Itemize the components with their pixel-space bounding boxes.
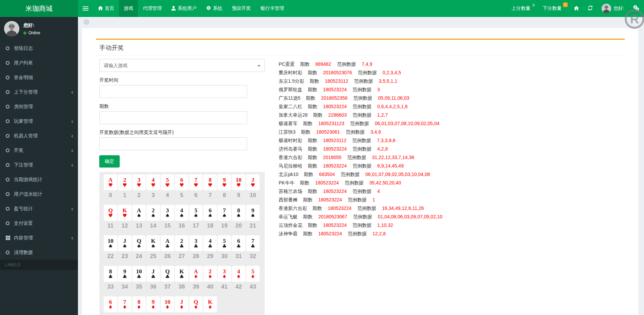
card-6-hearts[interactable]: 6♥5	[175, 174, 189, 200]
card-8-hearts[interactable]: 8♥7	[203, 174, 217, 200]
card-10-spades[interactable]: 10♠22	[103, 235, 118, 261]
card-q-clubs[interactable]: Q♣37	[160, 266, 175, 292]
nav-item-system-users[interactable]: 系统用户	[166, 0, 201, 17]
card-2-clubs[interactable]: 2♣27	[175, 235, 189, 261]
card-index: 31	[232, 251, 246, 261]
card-8-diamonds[interactable]: 8♦46	[132, 296, 146, 315]
card-3-clubs[interactable]: 3♣28	[189, 235, 203, 261]
card-a-hearts[interactable]: A♥0	[103, 174, 118, 200]
card-2-spades[interactable]: 2♠14	[146, 205, 160, 231]
nav-item-system[interactable]: 系统	[201, 0, 227, 17]
issue-input[interactable]	[99, 111, 247, 124]
sidebar-item-room-manage[interactable]: 房间管理	[0, 99, 78, 114]
card-q-spades[interactable]: Q♠24	[132, 235, 146, 261]
card-j-diamonds[interactable]: J♦49	[175, 296, 189, 315]
card-3-spades[interactable]: 3♠15	[160, 205, 175, 231]
score-up-button[interactable]: 上分数量 0	[511, 5, 534, 12]
card-2-diamonds[interactable]: 2♦40	[203, 266, 217, 292]
card-3-diamonds[interactable]: 3♦41	[217, 266, 232, 292]
sidebar-item-login-log[interactable]: 登陆日志	[0, 41, 78, 56]
sidebar-item-content-manage[interactable]: 内容管理‹	[0, 231, 78, 245]
card-4-clubs[interactable]: 4♣29	[203, 235, 217, 261]
card-j-spades[interactable]: J♠23	[118, 235, 132, 261]
card-4-spades[interactable]: 4♠16	[175, 205, 189, 231]
card-index: 16	[175, 221, 189, 231]
card-a-diamonds[interactable]: A♦39	[189, 266, 203, 292]
sidebar-item-clean-data[interactable]: 清理数据	[0, 245, 78, 260]
card-4-diamonds[interactable]: 4♦42	[232, 266, 246, 292]
card-8-spades[interactable]: 8♠20	[232, 205, 246, 231]
card-q-diamonds[interactable]: Q♦50	[189, 296, 203, 315]
sidebar-item-bet-manage[interactable]: 下注管理‹	[0, 158, 78, 172]
card-9-diamonds[interactable]: 9♦47	[146, 296, 160, 315]
draw-time-label: 开奖时间	[99, 77, 265, 83]
score-down-button[interactable]: 下分数量 0	[543, 5, 565, 12]
card-index: 10	[246, 190, 260, 200]
nav-item-games[interactable]: 游戏	[119, 0, 138, 17]
card-6-spades[interactable]: 6♠18	[203, 205, 217, 231]
sidebar-item-score-up-down-manage[interactable]: 上下分管理‹	[0, 85, 78, 99]
card-7-spades[interactable]: 7♠19	[217, 205, 232, 231]
settings-icon-button[interactable]	[633, 5, 639, 12]
chevron-left-icon: ‹	[71, 147, 73, 153]
clubs-icon: ♣	[236, 244, 241, 249]
refresh-icon-button[interactable]	[588, 5, 593, 12]
card-k-spades[interactable]: K♠25	[146, 235, 160, 261]
user-menu[interactable]: 您好:	[602, 4, 624, 13]
sidebar-toggle-button[interactable]	[78, 0, 93, 17]
card-10-hearts[interactable]: 10♥9	[232, 174, 246, 200]
sidebar-item-current-game-stats[interactable]: 当期游戏统计	[0, 172, 78, 187]
sidebar-item-lottery-draw[interactable]: 开奖‹	[0, 143, 78, 158]
sidebar-item-user-flow-stats[interactable]: 用户流水统计	[0, 187, 78, 201]
card-index: 41	[217, 282, 232, 292]
draw-data-input[interactable]	[99, 137, 247, 150]
card-6-clubs[interactable]: 6♣31	[232, 235, 246, 261]
card-7-clubs[interactable]: 7♣32	[246, 235, 260, 261]
brand-logo[interactable]: 米珈商城	[0, 0, 78, 17]
card-5-clubs[interactable]: 5♣30	[217, 235, 232, 261]
sidebar-item-player-manage[interactable]: 玩家管理‹	[0, 114, 78, 129]
card-9-hearts[interactable]: 9♥8	[217, 174, 232, 200]
circle-icon	[6, 119, 14, 123]
nav-item-home[interactable]: 首页	[93, 0, 119, 17]
nav-item-agent-manage[interactable]: 代理管理	[138, 0, 166, 17]
card-8-clubs[interactable]: 8♣33	[103, 266, 118, 292]
card-9-spades[interactable]: 9♠21	[246, 205, 260, 231]
sidebar-item-user-list[interactable]: 用户列表	[0, 56, 78, 70]
card-k-hearts[interactable]: K♥12	[118, 205, 132, 231]
card-4-hearts[interactable]: 4♥3	[146, 174, 160, 200]
sidebar-item-profit-loss-stats[interactable]: 盈亏统计‹	[0, 201, 78, 216]
card-10-diamonds[interactable]: 10♦48	[160, 296, 175, 315]
card-k-clubs[interactable]: K♣38	[175, 266, 189, 292]
game-select[interactable]: 请输入游戏	[99, 59, 265, 72]
card-5-spades[interactable]: 5♠17	[189, 205, 203, 231]
card-6-diamonds[interactable]: 6♦44	[103, 296, 118, 315]
draw-time-input[interactable]	[99, 85, 247, 98]
card-3-hearts[interactable]: 3♥2	[132, 174, 146, 200]
nav-item-bank-card-manage[interactable]: 银行卡管理	[256, 0, 289, 17]
card-q-hearts[interactable]: Q♥11	[103, 205, 118, 231]
chevron-left-icon: ‹	[71, 235, 73, 241]
card-j-hearts[interactable]: J♥10	[246, 174, 260, 200]
card-7-diamonds[interactable]: 7♦45	[118, 296, 132, 315]
card-j-clubs[interactable]: J♣36	[146, 266, 160, 292]
nav-item-preset-draw[interactable]: 预设开奖	[227, 0, 256, 17]
card-2-hearts[interactable]: 2♥1	[118, 174, 132, 200]
card-5-diamonds[interactable]: 5♦43	[246, 266, 260, 292]
card-k-diamonds[interactable]: K♦51	[203, 296, 217, 315]
sidebar-item-payment-settings[interactable]: 支付设置	[0, 216, 78, 231]
card-10-clubs[interactable]: 10♣35	[132, 266, 146, 292]
sidebar-item-robot-manage[interactable]: 机器人管理‹	[0, 129, 78, 143]
sidebar-item-funds-detail[interactable]: 资金明细	[0, 70, 78, 85]
card-9-clubs[interactable]: 9♣34	[118, 266, 132, 292]
circle-icon	[6, 192, 14, 196]
card-5-hearts[interactable]: 5♥4	[160, 174, 175, 200]
games-list: PC蛋蛋期数889482范例数据7,4,9重庆时时彩期数20180523076范…	[279, 59, 621, 238]
online-status[interactable]: Online	[23, 31, 40, 35]
confirm-button[interactable]: 确定	[99, 155, 120, 168]
card-7-hearts[interactable]: 7♥6	[189, 174, 203, 200]
home-icon-button[interactable]	[574, 6, 579, 12]
cogs-icon	[633, 5, 639, 12]
card-a-spades[interactable]: A♠13	[132, 205, 146, 231]
card-a-clubs[interactable]: A♣26	[160, 235, 175, 261]
